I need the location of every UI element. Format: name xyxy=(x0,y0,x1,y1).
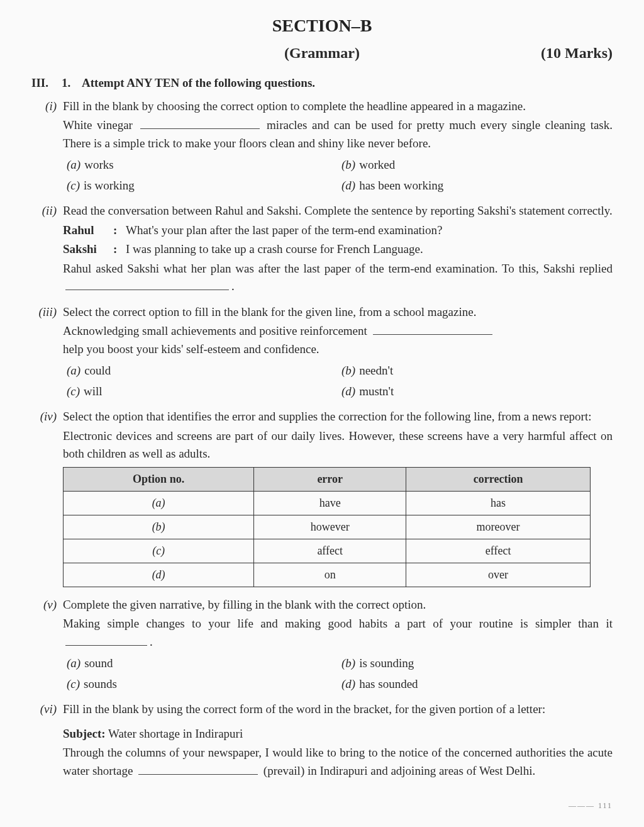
opt-text: has sounded xyxy=(359,675,418,694)
speaker-name: Sakshi xyxy=(63,240,113,259)
q5-options: (a)sound (b)is sounding (c)sounds (d)has… xyxy=(63,653,613,694)
table-row[interactable]: (c)affecteffect xyxy=(64,539,591,563)
q5-post: . xyxy=(150,635,153,648)
blank-input[interactable] xyxy=(140,117,260,129)
q5-sentence: Making simple changes to your life and m… xyxy=(63,615,613,651)
blank-input[interactable] xyxy=(138,763,258,775)
subject-text: Water shortage in Indirapuri xyxy=(106,727,243,740)
opt-text: is working xyxy=(84,177,135,195)
q4-sentence: Electronic devices and screens are part … xyxy=(63,427,613,463)
cell-error: on xyxy=(254,563,406,587)
table-row[interactable]: (d)onover xyxy=(64,563,591,587)
table-row[interactable]: (b)howevermoreover xyxy=(64,515,591,539)
q3-sentence: Acknowledging small achievements and pos… xyxy=(63,322,613,358)
sub-num: (iii) xyxy=(31,303,63,402)
cell-opt: (b) xyxy=(64,515,254,539)
option-d[interactable]: (d)has sounded xyxy=(338,674,613,695)
subject-label: Subject: xyxy=(63,727,106,740)
sub-num: (v) xyxy=(31,596,63,695)
option-d[interactable]: (d)has been working xyxy=(338,176,613,196)
question-ii: (ii) Read the conversation between Rahul… xyxy=(31,202,613,297)
section-sub-row: (Grammar) (10 Marks) xyxy=(31,42,613,64)
q3-intro: Select the correct option to fill in the… xyxy=(63,303,613,322)
sub-num: (ii) xyxy=(31,202,63,297)
page-footer: ——— 111 xyxy=(31,800,613,811)
option-b[interactable]: (b)needn't xyxy=(338,361,613,381)
q2-post: . xyxy=(231,279,235,293)
q3-options: (a)could (b)needn't (c)will (d)mustn't xyxy=(63,361,613,402)
opt-label: (c) xyxy=(63,383,84,401)
cell-correction: has xyxy=(406,491,591,515)
dialog-line-sakshi: Sakshi : I was planning to take up a cra… xyxy=(63,240,613,259)
section-subtitle: (Grammar) xyxy=(31,42,613,64)
opt-label: (c) xyxy=(63,177,84,195)
opt-text: will xyxy=(84,383,103,401)
opt-label: (b) xyxy=(338,156,359,174)
option-d[interactable]: (d)mustn't xyxy=(338,381,613,402)
question-vi: (vi) Fill in the blank by using the corr… xyxy=(31,700,613,781)
colon: : xyxy=(113,240,126,259)
section-title: SECTION–B xyxy=(31,13,613,39)
question-iv: (iv) Select the option that identifies t… xyxy=(31,408,613,590)
q1-pre: White vinegar xyxy=(63,118,133,132)
opt-text: worked xyxy=(359,156,395,174)
q2-intro: Read the conversation between Rahul and … xyxy=(63,202,613,220)
opt-label: (d) xyxy=(338,383,359,401)
opt-label: (c) xyxy=(63,675,84,694)
question-i: (i) Fill in the blank by choosing the co… xyxy=(31,98,613,196)
opt-label: (a) xyxy=(63,156,84,174)
option-a[interactable]: (a)could xyxy=(63,361,338,381)
question-v: (v) Complete the given narrative, by fil… xyxy=(31,596,613,695)
opt-text: needn't xyxy=(359,362,393,380)
blank-input[interactable] xyxy=(65,278,229,290)
roman-numeral: III. xyxy=(31,74,62,93)
option-a[interactable]: (a)sound xyxy=(63,653,338,674)
opt-text: could xyxy=(84,362,111,380)
q1-sentence: White vinegar miracles and can be used f… xyxy=(63,116,613,152)
dialog-line-rahul: Rahul : What's your plan after the last … xyxy=(63,222,613,240)
opt-text: sounds xyxy=(84,675,117,694)
cell-error: have xyxy=(254,491,406,515)
letter-subject: Subject: Water shortage in Indirapuri xyxy=(63,725,613,743)
cell-correction: over xyxy=(406,563,591,587)
q4-intro: Select the option that identifies the er… xyxy=(63,408,613,426)
option-c[interactable]: (c)sounds xyxy=(63,674,338,695)
cell-error: however xyxy=(254,515,406,539)
cell-opt: (d) xyxy=(64,563,254,587)
opt-label: (b) xyxy=(338,655,359,673)
blank-input[interactable] xyxy=(65,634,147,646)
table-header-row: Option no. error correction xyxy=(64,467,591,491)
option-c[interactable]: (c)will xyxy=(63,381,338,402)
opt-text: works xyxy=(84,156,113,174)
option-a[interactable]: (a)works xyxy=(63,155,338,176)
option-b[interactable]: (b)worked xyxy=(338,155,613,176)
q5-intro: Complete the given narrative, by filling… xyxy=(63,596,613,614)
opt-label: (b) xyxy=(338,362,359,380)
sub-num: (vi) xyxy=(31,700,63,781)
main-question-text: Attempt ANY TEN of the following questio… xyxy=(82,74,315,93)
question-number: 1. xyxy=(62,74,82,93)
cell-correction: moreover xyxy=(406,515,591,539)
question-iii: (iii) Select the correct option to fill … xyxy=(31,303,613,402)
sub-num: (iv) xyxy=(31,408,63,590)
q1-options: (a)works (b)worked (c)is working (d)has … xyxy=(63,155,613,196)
table-row[interactable]: (a)havehas xyxy=(64,491,591,515)
q1-intro: Fill in the blank by choosing the correc… xyxy=(63,98,613,116)
cell-opt: (a) xyxy=(64,491,254,515)
colon: : xyxy=(113,222,126,240)
option-c[interactable]: (c)is working xyxy=(63,176,338,196)
option-b[interactable]: (b)is sounding xyxy=(338,653,613,674)
col-option: Option no. xyxy=(64,467,254,491)
opt-text: is sounding xyxy=(359,655,414,673)
opt-label: (d) xyxy=(338,675,359,694)
col-error: error xyxy=(254,467,406,491)
speaker-name: Rahul xyxy=(63,222,113,240)
dialog-text: What's your plan after the last paper of… xyxy=(126,222,443,240)
error-correction-table: Option no. error correction (a)havehas (… xyxy=(63,467,591,587)
main-question-header: III. 1. Attempt ANY TEN of the following… xyxy=(31,74,613,93)
cell-error: affect xyxy=(254,539,406,563)
blank-input[interactable] xyxy=(373,323,492,335)
q3-pre: Acknowledging small achievements and pos… xyxy=(63,324,367,337)
opt-label: (a) xyxy=(63,362,84,380)
q2-answer-sentence: Rahul asked Sakshi what her plan was aft… xyxy=(63,260,613,296)
